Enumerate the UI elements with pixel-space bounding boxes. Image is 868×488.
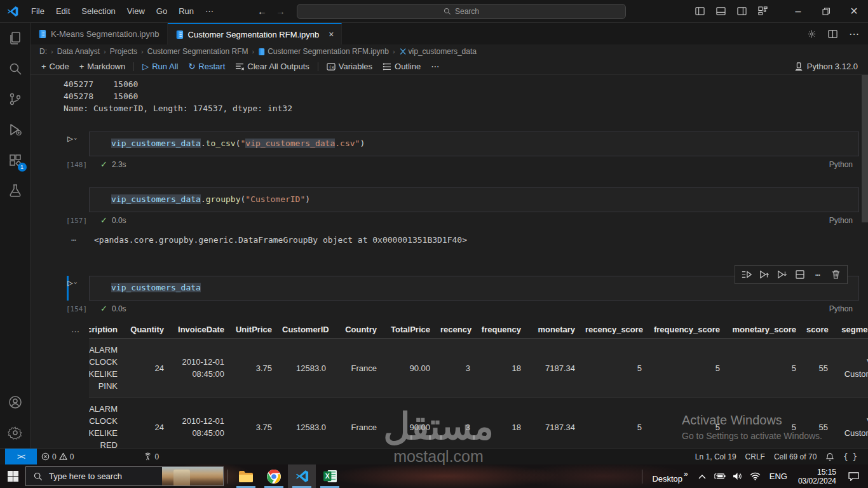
search-sidebar-icon[interactable]: [0, 53, 31, 84]
clear-all-outputs-button[interactable]: Clear All Outputs: [231, 59, 314, 74]
code-cell-157[interactable]: vip_customers_data.groupby("CustomerID")…: [89, 187, 859, 228]
explorer-icon[interactable]: [0, 23, 31, 53]
action-center-icon[interactable]: [843, 464, 864, 488]
testing-icon[interactable]: [0, 175, 31, 206]
add-code-cell-button[interactable]: +Code: [37, 59, 74, 74]
menu-more[interactable]: ⋯: [200, 0, 219, 23]
notebook-toolbar: +Code +Markdown ▷Run All ↻Restart Clear …: [31, 58, 868, 75]
run-above-icon[interactable]: [757, 268, 772, 281]
split-editor-icon[interactable]: [828, 29, 837, 39]
cell-position[interactable]: Cell 69 of 70: [770, 449, 821, 465]
taskbar-chrome[interactable]: [260, 464, 288, 488]
menu-run[interactable]: Run: [173, 0, 200, 23]
execution-duration: 0.0s: [112, 216, 126, 225]
table-cell: 18: [475, 339, 526, 398]
command-center-search[interactable]: Search: [297, 4, 626, 19]
cell-code-editor[interactable]: vip_customers_data.groupby("CustomerID"): [89, 187, 859, 212]
settings-gear-icon[interactable]: [0, 417, 31, 448]
toolbar-more-actions-icon[interactable]: ⋯: [426, 59, 444, 74]
minimize-button[interactable]: –: [784, 0, 812, 23]
cell-code-editor[interactable]: vip_customers_data.to_csv("vip_customers…: [89, 132, 859, 156]
run-cell-button[interactable]: ▷⌄: [67, 277, 77, 288]
menu-edit[interactable]: Edit: [50, 0, 76, 23]
menu-view[interactable]: View: [121, 0, 151, 23]
taskbar-clock[interactable]: 15:15 03/02/2024: [793, 468, 841, 485]
battery-icon[interactable]: [712, 464, 728, 488]
eol-indicator[interactable]: CRLF: [741, 449, 770, 465]
feedback-braces-icon[interactable]: { }: [839, 449, 862, 465]
search-icon: [34, 472, 43, 481]
plus-icon: +: [79, 62, 85, 71]
run-all-button[interactable]: ▷Run All: [138, 59, 182, 74]
cell-language[interactable]: Python: [829, 304, 859, 313]
table-row: ALARM CLOCK BAKELIKE PINK242010-12-01 08…: [89, 339, 868, 398]
source-control-icon[interactable]: [0, 84, 31, 114]
toggle-secondary-sidebar-icon[interactable]: [737, 6, 747, 16]
taskbar-search-input[interactable]: Type here to search: [25, 466, 224, 486]
remote-indicator[interactable]: ><: [5, 449, 37, 465]
variables-button[interactable]: (x) Variables: [322, 59, 377, 74]
tab-customer-segmentation-notebook[interactable]: Customer Segmentation RFM.ipynb ×: [168, 23, 342, 44]
volume-icon[interactable]: [729, 464, 746, 488]
tab-kmeans-notebook[interactable]: K-Means Segmentation.ipynb: [31, 23, 168, 44]
add-markdown-cell-button[interactable]: +Markdown: [75, 59, 130, 74]
extensions-icon[interactable]: 1: [0, 145, 31, 175]
outline-button[interactable]: Outline: [378, 59, 425, 74]
run-cell-icon[interactable]: [739, 268, 754, 281]
cell-language[interactable]: Python: [829, 216, 859, 225]
search-highlight-image[interactable]: [162, 467, 223, 485]
search-placeholder: Search: [455, 7, 479, 16]
editor-more-actions-icon[interactable]: ⋯: [849, 28, 859, 40]
error-icon: [41, 452, 50, 461]
success-check-icon: ✓: [100, 215, 107, 225]
breadcrumb-project-folder[interactable]: Customer Segmentation RFM: [147, 47, 248, 56]
breadcrumb-drive[interactable]: D:: [39, 47, 47, 56]
tray-show-hidden-icons[interactable]: [694, 464, 710, 488]
cursor-position[interactable]: Ln 1, Col 19: [691, 449, 741, 465]
run-below-icon[interactable]: [775, 268, 790, 281]
show-desktop-button[interactable]: Desktop»: [648, 470, 692, 484]
code-cell-148[interactable]: ▷⌄ vip_customers_data.to_csv("vip_custom…: [89, 132, 859, 172]
tab-close-icon[interactable]: ×: [329, 29, 334, 39]
language-indicator[interactable]: ENG: [765, 471, 792, 481]
problems-indicator[interactable]: 0 0: [37, 449, 78, 465]
output-collapse-icon[interactable]: ⋯: [71, 234, 77, 246]
output-collapse-icon[interactable]: ⋯: [71, 327, 80, 336]
breadcrumb-data-analyst[interactable]: Data Analyst: [57, 47, 100, 56]
ports-indicator[interactable]: 0: [139, 449, 163, 465]
cell-status-bar: ✓ 2.3s Python: [89, 156, 859, 172]
close-button[interactable]: ✕: [840, 0, 868, 23]
wifi-icon[interactable]: [747, 464, 764, 488]
nav-back-icon[interactable]: ←: [257, 6, 267, 17]
accounts-icon[interactable]: [0, 387, 31, 417]
split-cell-icon[interactable]: [792, 268, 808, 281]
editor-scrollbar[interactable]: [862, 75, 868, 222]
cell-language[interactable]: Python: [829, 160, 859, 169]
menu-selection[interactable]: Selection: [76, 0, 121, 23]
run-cell-button[interactable]: ▷⌄: [67, 133, 77, 144]
toggle-sidebar-icon[interactable]: [695, 6, 705, 16]
start-button[interactable]: [0, 464, 25, 488]
nav-forward-icon[interactable]: →: [276, 6, 285, 17]
editor-gear-icon[interactable]: [807, 29, 817, 39]
notifications-bell-icon[interactable]: [821, 449, 839, 465]
menu-go[interactable]: Go: [151, 0, 173, 23]
menu-file[interactable]: File: [25, 0, 50, 23]
customize-layout-icon[interactable]: [758, 6, 768, 16]
taskbar-file-explorer[interactable]: [232, 464, 260, 488]
toggle-panel-icon[interactable]: [716, 6, 726, 16]
breadcrumb-notebook-file[interactable]: Customer Segmentation RFM.ipynb: [258, 47, 389, 56]
restart-button[interactable]: ↻Restart: [184, 59, 229, 74]
breadcrumb-symbol-vip-customers-data[interactable]: vip_customers_data: [399, 47, 477, 56]
run-debug-icon[interactable]: [0, 114, 31, 145]
delete-cell-icon[interactable]: [828, 268, 843, 281]
execution-duration: 0.0s: [112, 304, 126, 313]
breadcrumb-projects[interactable]: Projects: [110, 47, 137, 56]
restore-button[interactable]: [812, 0, 840, 23]
kernel-picker[interactable]: Python 3.12.0: [794, 62, 868, 71]
more-actions-icon[interactable]: ⋯: [810, 268, 825, 281]
table-cell: 12583.0: [277, 398, 331, 449]
column-header: monetary_score: [725, 322, 801, 339]
taskbar-vscode[interactable]: [288, 464, 316, 488]
taskbar-excel[interactable]: X: [316, 464, 344, 488]
